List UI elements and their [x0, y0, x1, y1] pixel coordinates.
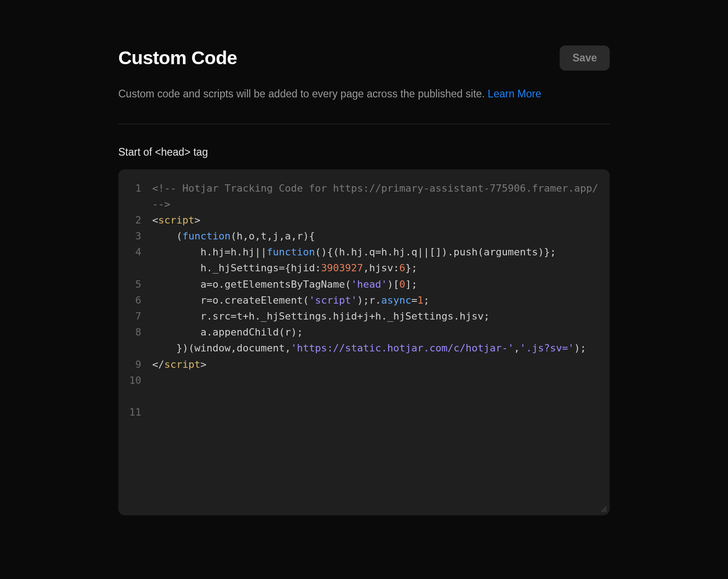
- line-number: 11: [129, 404, 142, 420]
- line-number: 5: [129, 276, 142, 292]
- line-number-gutter: 1 2 3 4 5 6 7 8 9 10 11: [129, 180, 152, 452]
- header-row: Custom Code Save: [118, 46, 610, 71]
- line-number: [129, 340, 142, 356]
- code-token: })(window,document,: [152, 342, 291, 354]
- code-token: );r.: [357, 295, 381, 306]
- code-token: (h,o,t,j,a,r){: [231, 230, 315, 242]
- code-token: >: [200, 359, 206, 370]
- code-token: h._hjSettings={hjid:: [152, 262, 321, 274]
- svg-line-2: [606, 511, 607, 512]
- line-number: 9: [129, 356, 142, 372]
- code-token: script: [164, 359, 200, 370]
- code-token: '.js?sv=': [520, 342, 574, 354]
- line-number: 8: [129, 324, 142, 340]
- code-token: 'https://static.hotjar.com/c/hotjar-': [291, 342, 514, 354]
- line-number: 7: [129, 308, 142, 324]
- code-token: async: [381, 295, 411, 306]
- code-token: 'script': [309, 295, 357, 306]
- line-number: 3: [129, 228, 142, 244]
- code-token: ,: [514, 342, 520, 354]
- code-token: r=o.createElement(: [152, 295, 309, 306]
- code-token: 1: [417, 295, 423, 306]
- code-token: 3903927: [321, 262, 363, 274]
- line-number: [129, 388, 142, 404]
- code-token: a.appendChild(r);: [152, 326, 303, 338]
- svg-line-0: [601, 507, 607, 512]
- line-number: [129, 260, 142, 276]
- code-token: script: [158, 214, 194, 226]
- line-number: 2: [129, 212, 142, 228]
- page-title: Custom Code: [118, 47, 237, 69]
- code-token: >: [194, 214, 200, 226]
- line-number: 6: [129, 292, 142, 308]
- code-token: (: [152, 230, 182, 242]
- code-token: </: [152, 359, 165, 370]
- section-divider: [118, 124, 610, 124]
- code-token: function: [267, 246, 315, 258]
- code-token: function: [182, 230, 231, 242]
- code-token: r.src=t+h._hjSettings.hjid+j+h._hjSettin…: [152, 310, 490, 322]
- code-token: =: [411, 295, 417, 306]
- description-text: Custom code and scripts will be added to…: [118, 88, 488, 100]
- line-number: 10: [129, 372, 142, 388]
- line-number: 1: [129, 180, 142, 196]
- code-token: 'head': [351, 279, 387, 290]
- svg-line-1: [603, 509, 607, 512]
- code-token: a=o.getElementsByTagName(: [152, 279, 351, 290]
- code-token: h.hj=h.hj||: [152, 246, 267, 258]
- learn-more-link[interactable]: Learn More: [488, 88, 541, 100]
- line-number: 4: [129, 244, 142, 260]
- section-label: Start of <head> tag: [118, 146, 610, 158]
- code-editor[interactable]: 1 2 3 4 5 6 7 8 9 10 11 <!-- Hotjar Trac…: [118, 169, 610, 515]
- page-description: Custom code and scripts will be added to…: [118, 86, 610, 102]
- code-token: (){(h.hj.q=h.hj.q||[]).push(arguments)};: [315, 246, 556, 258]
- code-token: 0: [399, 279, 405, 290]
- code-token: 6: [399, 262, 405, 274]
- resize-handle-icon: [600, 505, 607, 513]
- code-comment: <!-- Hotjar Tracking Code for https://pr…: [152, 183, 604, 210]
- line-number: [129, 196, 142, 212]
- code-token: ;: [424, 295, 430, 306]
- code-token: <: [152, 214, 158, 226]
- code-token: };: [405, 262, 418, 274]
- code-text-area[interactable]: <!-- Hotjar Tracking Code for https://pr…: [152, 180, 599, 452]
- code-token: )[: [387, 279, 399, 290]
- code-token: ,hjsv:: [363, 262, 399, 274]
- save-button[interactable]: Save: [560, 46, 610, 71]
- code-token: );: [574, 342, 586, 354]
- code-token: ];: [405, 279, 418, 290]
